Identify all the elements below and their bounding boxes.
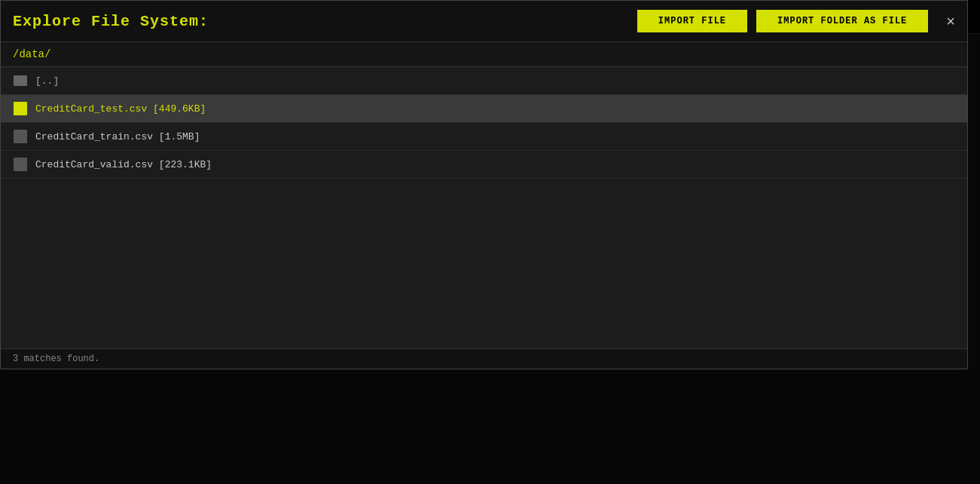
file-name-valid: CreditCard_valid.csv [223.1KB] <box>35 159 212 170</box>
modal-body: [..] CreditCard_test.csv [449.6KB] Credi… <box>1 67 967 369</box>
modal-header: Explore File System: IMPORT FILE IMPORT … <box>1 1 967 42</box>
file-item-parent[interactable]: [..] <box>1 67 967 95</box>
file-item-train[interactable]: CreditCard_train.csv [1.5MB] <box>1 123 967 151</box>
file-item-valid[interactable]: CreditCard_valid.csv [223.1KB] <box>1 151 967 179</box>
import-file-button[interactable]: IMPORT FILE <box>637 10 747 32</box>
file-explorer-modal: Explore File System: IMPORT FILE IMPORT … <box>0 0 968 369</box>
csv-icon-selected <box>13 101 28 116</box>
file-name-parent: [..] <box>35 75 59 87</box>
file-item-selected[interactable]: CreditCard_test.csv [449.6KB] <box>1 95 967 123</box>
current-path: /data/ <box>1 42 967 67</box>
file-list: [..] CreditCard_test.csv [449.6KB] Credi… <box>1 67 967 179</box>
modal-footer: 3 matches found. <box>1 348 967 369</box>
csv-icon-train <box>13 129 28 144</box>
import-folder-button[interactable]: IMPORT FOLDER AS FILE <box>756 10 928 32</box>
file-name-test: CreditCard_test.csv [449.6KB] <box>35 103 206 115</box>
csv-icon-valid <box>13 157 28 172</box>
modal-title: Explore File System: <box>13 13 209 30</box>
folder-icon <box>13 73 28 88</box>
file-name-train: CreditCard_train.csv [1.5MB] <box>35 131 200 142</box>
modal-action-buttons: IMPORT FILE IMPORT FOLDER AS FILE <box>637 10 928 32</box>
close-button[interactable]: × <box>946 14 955 29</box>
